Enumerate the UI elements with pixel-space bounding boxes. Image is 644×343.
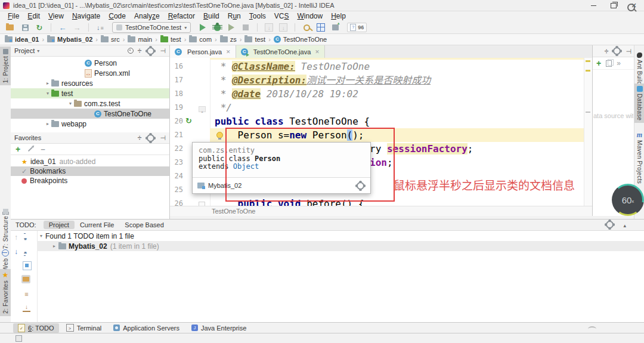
plus-icon[interactable] (16, 145, 20, 153)
folder-open-button[interactable] (5, 22, 17, 33)
up-button[interactable] (14, 233, 18, 241)
toolwindow-tab-project[interactable]: 1: Project (0, 47, 11, 85)
group-by-package-button[interactable] (23, 290, 30, 298)
favorites-item-breakpoints[interactable]: Breakpoints (11, 176, 169, 186)
filter-button[interactable] (23, 261, 32, 270)
import-button[interactable] (23, 303, 30, 312)
minimize-button[interactable] (583, 0, 603, 11)
chevron-down-icon[interactable]: ▾ (37, 48, 39, 54)
favorites-item-bookmarks[interactable]: Bookmarks (11, 166, 169, 176)
coverage-button[interactable] (225, 22, 237, 33)
fold-marker-icon[interactable] (199, 104, 206, 113)
menu-tools[interactable]: Tools (245, 12, 270, 20)
divide-icon[interactable] (605, 48, 609, 55)
tree-item-testonetoone[interactable]: TestOneToOne (11, 109, 169, 119)
tree-item-resources[interactable]: ▸resources (11, 78, 169, 88)
chevron-down-icon[interactable]: ▾ (37, 233, 45, 239)
toolwindow-tab-structure[interactable]: 7: Structure (0, 206, 11, 251)
foldminus-icon[interactable] (199, 202, 205, 206)
stripe-mark[interactable] (586, 70, 590, 72)
toolwindow-tab-favorites[interactable]: 2: Favorites (0, 269, 11, 316)
gear-icon[interactable] (613, 47, 621, 55)
menu-view[interactable]: View (44, 12, 68, 20)
todo-tab-project[interactable]: Project (44, 221, 75, 229)
breadcrumb-zs[interactable]: zs (220, 36, 237, 43)
tree-arrow-icon[interactable]: ▸ (44, 121, 51, 126)
breadcrumb-test[interactable]: test (160, 36, 181, 43)
forward-button[interactable] (71, 22, 83, 33)
code-line-20[interactable]: 20public class TestOneToOne { (170, 115, 584, 128)
fold-icon[interactable] (199, 106, 206, 112)
close-tab-icon[interactable]: ✕ (226, 49, 231, 55)
bottom-tab-terminal[interactable]: Terminal (61, 323, 107, 332)
editor-tab-testonetoone-java[interactable]: TestOneToOne.java✕ (236, 45, 325, 58)
plugin-update-button[interactable] (329, 22, 341, 33)
stripe-mark[interactable] (586, 60, 590, 62)
todo-tab-scope-based[interactable]: Scope Based (119, 221, 169, 229)
maximize-button[interactable] (603, 0, 624, 11)
bottom-tab-java-enterprise[interactable]: Java Enterprise (187, 324, 251, 332)
editor-breadcrumb[interactable]: TestOneToOne (170, 206, 592, 216)
save-button[interactable] (19, 22, 31, 33)
run-config-select[interactable]: TestOneToOne.test▾ (112, 22, 191, 33)
toolwindow-tab-database[interactable]: Database (634, 84, 644, 123)
runclass-icon[interactable] (185, 117, 192, 125)
toolwindow-toggle-icon[interactable] (16, 335, 22, 342)
stripe-mark[interactable] (586, 112, 590, 113)
group-by-module-button[interactable] (21, 274, 30, 283)
breadcrumb-testonetoone[interactable]: TestOneToOne (274, 36, 327, 43)
hide-icon[interactable] (626, 48, 631, 55)
toolwindow-tab-mavenprojects[interactable]: Maven Projects (634, 129, 644, 186)
code-line-19[interactable]: 19 */ (170, 101, 584, 115)
key-button[interactable] (301, 22, 312, 33)
menu-window[interactable]: Window (293, 12, 327, 20)
todo-summary-row[interactable]: ▾ Found 1 TODO item in 1 file (37, 231, 644, 241)
plus-icon[interactable] (596, 59, 601, 67)
search-everywhere-button[interactable] (625, 2, 637, 13)
tree-arrow-icon[interactable]: ▾ (67, 101, 74, 106)
artifact-download-button[interactable] (263, 22, 275, 33)
bottom-tab-application-servers[interactable]: Application Servers (109, 324, 184, 332)
menu-build[interactable]: Build (199, 12, 224, 20)
chevrons-icon[interactable] (617, 60, 621, 67)
menu-navigate[interactable]: Navigate (68, 12, 104, 20)
menu-vcs[interactable]: VCS (270, 12, 293, 20)
breadcrumb-main[interactable]: main (128, 36, 152, 43)
chevron-right-icon[interactable]: ▸ (50, 243, 58, 249)
debug-button[interactable] (211, 22, 223, 33)
module-grid-button[interactable] (315, 22, 327, 33)
fold-marker-icon[interactable] (199, 200, 205, 206)
breadcrumb-src[interactable]: src (101, 36, 120, 43)
code-line-26[interactable]: 26 public void before() { (170, 197, 584, 206)
menu-refactor[interactable]: Refactor (164, 12, 199, 20)
help-badge[interactable]: ?96 (347, 23, 367, 32)
divide-icon[interactable] (138, 47, 142, 54)
tree-item-com.zs.test[interactable]: ▾com.zs.test (11, 98, 169, 109)
run-class-gutter-icon[interactable] (185, 116, 192, 125)
gear-icon[interactable] (147, 134, 154, 142)
menu-file[interactable]: File (4, 12, 23, 20)
menu-code[interactable]: Code (104, 12, 130, 20)
collapse-all-button[interactable] (24, 247, 26, 256)
code-line-21[interactable]: 21 Person s=new Person(); (170, 128, 584, 142)
todo-module-row[interactable]: ▸ Mybatis_02 (1 item in 1 file) (37, 241, 644, 251)
menu-analyze[interactable]: Analyze (130, 12, 164, 20)
target-icon[interactable] (128, 48, 134, 54)
copy-icon[interactable] (606, 60, 612, 67)
tree-item-test[interactable]: ▾test (11, 88, 169, 98)
run-button[interactable] (197, 22, 209, 33)
editor-tab-person-java[interactable]: Person.java✕ (170, 45, 236, 58)
breadcrumb-mybatis_02[interactable]: Mybatis_02 (47, 36, 92, 43)
expand-all-button[interactable] (24, 233, 26, 242)
toolwindow-tab-antbuild[interactable]: Ant Build (634, 50, 644, 88)
error-stripe[interactable] (584, 58, 592, 206)
tree-arrow-icon[interactable]: ▾ (44, 91, 51, 96)
tree-item-webapp[interactable]: ▸webapp (11, 119, 169, 129)
gear-icon[interactable] (606, 221, 614, 228)
menu-run[interactable]: Run (224, 12, 245, 20)
tree-item-person[interactable]: Person (11, 58, 169, 68)
close-tab-icon[interactable]: ✕ (315, 49, 320, 55)
hide-icon[interactable] (160, 135, 166, 141)
bottom-tab-6-todo[interactable]: 6: TODO (13, 323, 59, 333)
hide-icon[interactable] (160, 48, 166, 54)
